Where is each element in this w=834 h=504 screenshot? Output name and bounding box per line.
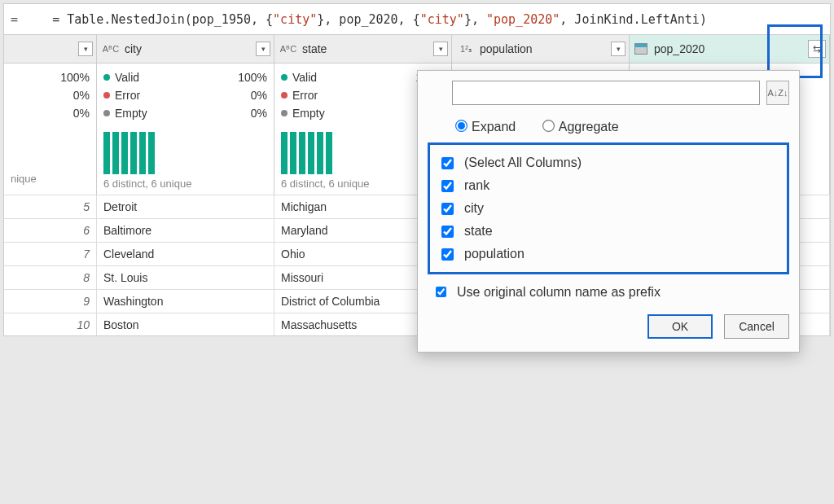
filter-dropdown-icon[interactable]: ▾: [78, 42, 93, 56]
column-header-state[interactable]: AᴮC state ▾: [274, 35, 452, 63]
filter-dropdown-icon[interactable]: ▾: [256, 42, 270, 56]
cell-city: Boston: [97, 313, 274, 335]
column-search-input[interactable]: [452, 81, 760, 105]
text-type-icon: AᴮC: [102, 42, 120, 56]
cell-city: Washington: [97, 290, 274, 313]
table-type-icon: [634, 43, 647, 55]
column-label: population: [480, 42, 533, 55]
cell-rank: 10: [4, 313, 97, 335]
select-all-columns-checkbox[interactable]: (Select All Columns): [438, 151, 779, 174]
filter-dropdown-icon[interactable]: ▾: [433, 42, 448, 56]
cell-city: Baltimore: [97, 219, 274, 242]
column-header-city[interactable]: AᴮC city ▾: [97, 35, 274, 63]
profile-rank: 100% 0% 0% nique: [4, 64, 97, 195]
columns-selection-box: (Select All Columns) rankcitystatepopula…: [428, 142, 789, 274]
cell-rank: 6: [4, 219, 97, 242]
profile-city: Valid Error Empty 100% 0% 0% 6 distinct,…: [97, 64, 274, 195]
column-checkbox-rank[interactable]: rank: [438, 174, 779, 197]
column-checkbox-city[interactable]: city: [438, 197, 779, 220]
column-label: state: [302, 42, 327, 55]
cell-rank: 5: [4, 195, 97, 218]
distribution-bars-icon: [103, 127, 267, 174]
column-header-pop2020[interactable]: pop_2020 ⇆: [630, 35, 830, 63]
ok-button[interactable]: OK: [647, 314, 713, 339]
cell-city: Cleveland: [97, 243, 274, 265]
column-checkbox-state[interactable]: state: [438, 220, 779, 243]
column-header-rank[interactable]: ▾: [4, 35, 97, 63]
column-headers: ▾ AᴮC city ▾ AᴮC state ▾ 1²₃ population …: [3, 34, 831, 64]
column-label: city: [125, 42, 142, 55]
column-label: pop_2020: [654, 42, 705, 55]
filter-dropdown-icon[interactable]: ▾: [611, 42, 626, 56]
sort-button[interactable]: A↓Z↓: [766, 81, 789, 105]
cell-rank: 8: [4, 266, 97, 289]
mode-expand-radio[interactable]: Expand: [452, 120, 516, 134]
cell-city: Detroit: [97, 195, 274, 218]
text-type-icon: AᴮC: [279, 42, 297, 56]
cell-city: St. Louis: [97, 266, 274, 289]
expand-column-popup: A↓Z↓ Expand Aggregate (Select All Column…: [417, 70, 800, 353]
formula-bar[interactable]: = = Table.NestedJoin(pop_1950, {"city"},…: [3, 3, 831, 36]
cancel-button[interactable]: Cancel: [724, 314, 789, 339]
use-prefix-checkbox[interactable]: Use original column name as prefix: [432, 284, 789, 300]
expand-column-button[interactable]: ⇆: [808, 40, 826, 58]
mode-aggregate-radio[interactable]: Aggregate: [539, 120, 619, 134]
column-header-population[interactable]: 1²₃ population ▾: [452, 35, 630, 63]
column-checkbox-population[interactable]: population: [438, 243, 779, 265]
number-type-icon: 1²₃: [457, 42, 475, 56]
cell-rank: 9: [4, 290, 97, 313]
cell-rank: 7: [4, 243, 97, 265]
